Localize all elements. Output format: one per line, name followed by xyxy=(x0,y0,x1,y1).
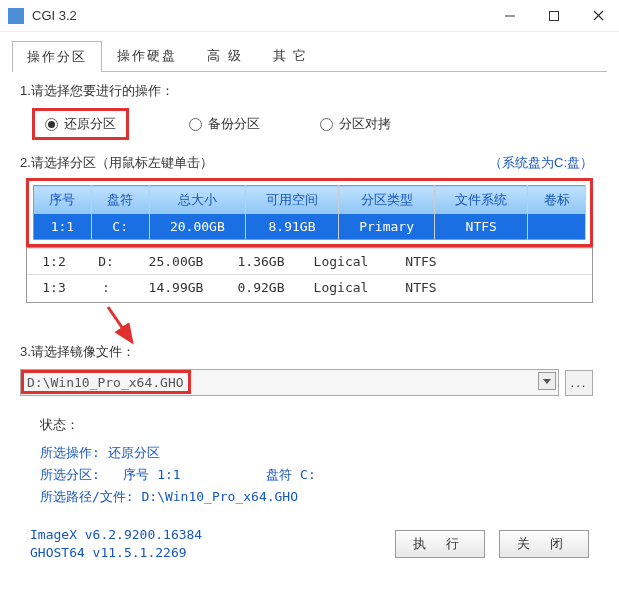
status-drive: C: xyxy=(300,467,316,482)
tab-advanced[interactable]: 高 级 xyxy=(192,40,258,71)
radio-restore[interactable]: 还原分区 xyxy=(45,115,116,133)
window-title: CGI 3.2 xyxy=(32,8,497,23)
image-path-input[interactable] xyxy=(20,369,559,396)
cell-idx: 1:3 xyxy=(27,275,81,301)
cell-drive: : xyxy=(81,275,131,301)
col-idx[interactable]: 序号 xyxy=(34,186,92,215)
cell-total: 25.00GB xyxy=(131,249,221,275)
highlight-restore: 还原分区 xyxy=(32,108,129,140)
cell-ptype: Primary xyxy=(338,214,435,240)
maximize-button[interactable] xyxy=(541,3,567,29)
cell-label xyxy=(461,275,592,301)
col-fs[interactable]: 文件系统 xyxy=(435,186,528,215)
cell-ptype: Logical xyxy=(301,249,381,275)
close-button[interactable] xyxy=(585,3,611,29)
status-part-idx-label: 序号 xyxy=(123,467,149,482)
status-heading: 状态： xyxy=(40,416,79,434)
cell-drive: C: xyxy=(91,214,149,240)
radio-backup[interactable]: 备份分区 xyxy=(189,115,260,133)
radio-icon xyxy=(320,118,333,131)
table-row[interactable]: 1:1 C: 20.00GB 8.91GB Primary NTFS xyxy=(34,214,586,240)
partition-table[interactable]: 序号 盘符 总大小 可用空间 分区类型 文件系统 卷标 1:1 C: 20.00… xyxy=(33,185,586,240)
status-drive-label: 盘符 xyxy=(266,467,292,482)
svg-line-4 xyxy=(108,307,132,342)
close-app-button[interactable]: 关 闭 xyxy=(499,530,589,558)
cell-fs: NTFS xyxy=(435,214,528,240)
cell-fs: NTFS xyxy=(381,249,461,275)
col-drive[interactable]: 盘符 xyxy=(91,186,149,215)
radio-copy-label: 分区对拷 xyxy=(339,115,391,133)
status-op-label: 所选操作: xyxy=(40,445,100,460)
version-ghost: GHOST64 v11.5.1.2269 xyxy=(30,544,381,562)
radio-backup-label: 备份分区 xyxy=(208,115,260,133)
cell-free: 1.36GB xyxy=(221,249,301,275)
radio-restore-label: 还原分区 xyxy=(64,115,116,133)
col-total[interactable]: 总大小 xyxy=(149,186,246,215)
dropdown-icon[interactable] xyxy=(538,372,556,390)
status-path: D:\Win10_Pro_x64.GHO xyxy=(141,489,298,504)
cell-drive: D: xyxy=(81,249,131,275)
col-label[interactable]: 卷标 xyxy=(528,186,586,215)
highlight-table-header: 序号 盘符 总大小 可用空间 分区类型 文件系统 卷标 1:1 C: 20.00… xyxy=(26,178,593,247)
table-row[interactable]: 1:3 : 14.99GB 0.92GB Logical NTFS xyxy=(27,275,592,301)
section3-title: 3.请选择镜像文件： xyxy=(20,343,607,361)
status-part-label: 所选分区: xyxy=(40,467,100,482)
partition-table-rest[interactable]: 1:2 D: 25.00GB 1.36GB Logical NTFS 1:3 :… xyxy=(27,248,592,300)
svg-rect-1 xyxy=(550,11,559,20)
section1-title: 1.请选择您要进行的操作： xyxy=(20,82,607,100)
cell-total: 20.00GB xyxy=(149,214,246,240)
radio-icon xyxy=(45,118,58,131)
col-ptype[interactable]: 分区类型 xyxy=(338,186,435,215)
section2-title: 2.请选择分区（用鼠标左键单击） xyxy=(20,154,213,172)
col-free[interactable]: 可用空间 xyxy=(246,186,339,215)
tab-partition[interactable]: 操作分区 xyxy=(12,41,102,72)
status-op-value: 还原分区 xyxy=(108,445,160,460)
status-part-idx: 1:1 xyxy=(157,467,180,482)
radio-icon xyxy=(189,118,202,131)
tab-disk[interactable]: 操作硬盘 xyxy=(102,40,192,71)
cell-label xyxy=(528,214,586,240)
cell-label xyxy=(461,249,592,275)
cell-idx: 1:1 xyxy=(34,214,92,240)
cell-ptype: Logical xyxy=(301,275,381,301)
radio-copy[interactable]: 分区对拷 xyxy=(320,115,391,133)
cell-idx: 1:2 xyxy=(27,249,81,275)
table-row[interactable]: 1:2 D: 25.00GB 1.36GB Logical NTFS xyxy=(27,249,592,275)
sysdisk-hint: （系统盘为C:盘） xyxy=(489,154,593,172)
version-imagex: ImageX v6.2.9200.16384 xyxy=(30,526,381,544)
execute-button[interactable]: 执 行 xyxy=(395,530,485,558)
cell-fs: NTFS xyxy=(381,275,461,301)
tab-other[interactable]: 其 它 xyxy=(258,40,324,71)
cell-free: 8.91GB xyxy=(246,214,339,240)
cell-total: 14.99GB xyxy=(131,275,221,301)
browse-button[interactable]: ... xyxy=(565,370,593,396)
app-icon xyxy=(8,8,24,24)
cell-free: 0.92GB xyxy=(221,275,301,301)
status-path-label: 所选路径/文件: xyxy=(40,489,134,504)
tab-bar: 操作分区 操作硬盘 高 级 其 它 xyxy=(12,40,607,72)
minimize-button[interactable] xyxy=(497,3,523,29)
